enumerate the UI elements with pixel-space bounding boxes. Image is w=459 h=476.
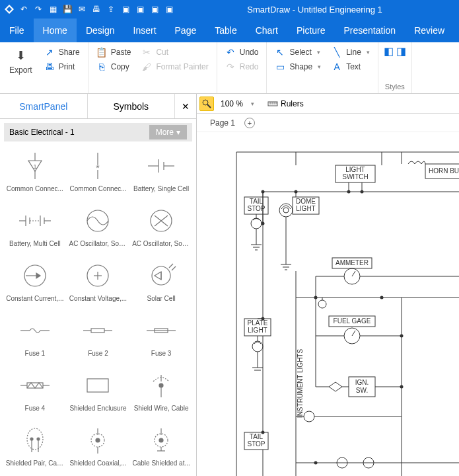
- symbol-label: Fuse 3: [151, 350, 172, 357]
- drawing-canvas[interactable]: LIGHT SWITCH HORN BU TAIL STOP: [197, 132, 459, 476]
- format-painter-button[interactable]: 🖌Format Painter: [139, 60, 211, 74]
- canvas-toolbar: 100 % ▾ Rulers: [197, 94, 459, 114]
- ribbon-group-styles: ◧ ◨ Styles: [378, 42, 412, 93]
- print-icon[interactable]: 🖶: [91, 4, 102, 15]
- page-tab[interactable]: Page 1: [210, 118, 235, 128]
- select-button[interactable]: ↖Select▾: [272, 45, 324, 60]
- menu-insert[interactable]: Insert: [124, 19, 166, 42]
- symbol-label: Shielded Coaxial,...: [69, 459, 126, 467]
- menu-picture[interactable]: Picture: [287, 19, 335, 42]
- redo-icon: ↷: [225, 61, 236, 72]
- svg-point-55: [159, 438, 163, 442]
- menu-support[interactable]: Support: [454, 19, 459, 42]
- rulers-icon: [267, 99, 278, 108]
- symbol-item[interactable]: AC Oscillator, Sou...: [130, 202, 192, 255]
- symbol-item[interactable]: Fuse 2: [67, 311, 129, 365]
- fp-label: Format Painter: [156, 62, 208, 71]
- symbol-label: Constant Current,...: [6, 295, 63, 302]
- menubar: File Home Design Insert Page Table Chart…: [0, 19, 459, 42]
- tab-smartpanel[interactable]: SmartPanel: [0, 94, 88, 118]
- menu-page[interactable]: Page: [166, 19, 206, 42]
- text-icon: A: [332, 61, 342, 72]
- export-button[interactable]: ⬇ Export: [5, 45, 36, 77]
- print-button[interactable]: 🖶Print: [42, 60, 83, 74]
- more-button[interactable]: More▾: [149, 125, 187, 139]
- menu-design[interactable]: Design: [77, 19, 124, 42]
- ribbon-group-clipboard: 📋Paste ⎘Copy ✂Cut 🖌Format Painter: [88, 42, 217, 93]
- style1-icon[interactable]: ◧: [384, 45, 394, 58]
- svg-point-144: [304, 411, 314, 422]
- svg-line-27: [172, 266, 176, 270]
- shape-button[interactable]: ▭Shape▾: [272, 60, 324, 74]
- svg-text:LIGHT: LIGHT: [248, 327, 267, 334]
- ppt-icon[interactable]: ▣: [164, 4, 174, 15]
- line-button[interactable]: ╲Line▾: [329, 45, 372, 60]
- word-icon[interactable]: ▣: [135, 4, 145, 15]
- ribbon-group-tools: ↖Select▾ ▭Shape▾ ╲Line▾ AText: [267, 42, 378, 93]
- symbol-item[interactable]: Fuse 3: [130, 311, 192, 365]
- symbol-item[interactable]: *Common Connec...: [67, 147, 129, 200]
- cut-button[interactable]: ✂Cut: [139, 45, 211, 60]
- share-button[interactable]: ↗Share: [42, 45, 83, 60]
- zoom-value[interactable]: 100 %: [221, 99, 243, 108]
- svg-text:TAIL: TAIL: [250, 198, 264, 205]
- cut-label: Cut: [156, 48, 168, 57]
- symbol-item[interactable]: Fuse 1: [4, 311, 66, 365]
- symbol-item[interactable]: 1Common Connec...: [4, 147, 66, 200]
- pdf-icon[interactable]: ▣: [120, 4, 131, 15]
- symbol-item[interactable]: Constant Voltage,...: [67, 257, 129, 310]
- new-icon[interactable]: ▦: [48, 4, 58, 15]
- svg-point-80: [347, 190, 351, 194]
- export-icon[interactable]: ⇪: [106, 4, 116, 15]
- zoom-tool-button[interactable]: [199, 97, 214, 111]
- copy-label: Copy: [111, 62, 129, 71]
- copy-button[interactable]: ⎘Copy: [94, 60, 134, 74]
- symbol-item[interactable]: AC Oscillator, Sou...: [67, 202, 129, 255]
- svg-point-114: [380, 296, 384, 299]
- excel-icon[interactable]: ▣: [149, 4, 160, 15]
- save-icon[interactable]: 💾: [62, 4, 73, 15]
- svg-text:INSTRUMENT LIGHTS: INSTRUMENT LIGHTS: [297, 349, 304, 418]
- close-panel-button[interactable]: ✕: [175, 94, 196, 118]
- chevron-down-icon: ▾: [367, 49, 370, 56]
- rulers-toggle[interactable]: Rulers: [267, 99, 304, 108]
- symbol-item[interactable]: Shielded Pair, Cable: [4, 421, 66, 475]
- menu-home[interactable]: Home: [34, 19, 77, 42]
- menu-file[interactable]: File: [0, 19, 34, 42]
- style2-icon[interactable]: ◨: [396, 45, 406, 58]
- symbol-item[interactable]: Cable Shielded at...: [130, 421, 192, 475]
- symbol-item[interactable]: Shielded Coaxial,...: [67, 421, 129, 475]
- symbol-item[interactable]: Battery, Multi Cell: [4, 202, 66, 255]
- paste-label: Paste: [111, 48, 131, 57]
- symbol-label: AC Oscillator, Sou...: [132, 240, 190, 247]
- menu-review[interactable]: Review: [405, 19, 454, 42]
- symbol-item[interactable]: Shielded Enclusure: [67, 366, 129, 420]
- add-page-button[interactable]: +: [244, 118, 255, 128]
- chevron-down-icon[interactable]: ▾: [251, 100, 254, 107]
- mail-icon[interactable]: ✉: [77, 4, 87, 15]
- undo-label: Undo: [240, 48, 259, 57]
- svg-rect-31: [91, 329, 104, 333]
- menu-presentation[interactable]: Presentation: [335, 19, 406, 42]
- symbol-item[interactable]: Battery, Single Cell: [130, 147, 192, 200]
- paste-button[interactable]: 📋Paste: [94, 45, 134, 60]
- undo-button[interactable]: ↶Undo: [223, 45, 262, 60]
- download-icon: ⬇: [13, 48, 28, 63]
- cut-icon: ✂: [141, 47, 152, 58]
- redo-icon[interactable]: ↷: [33, 4, 44, 15]
- svg-text:PLATE: PLATE: [248, 319, 268, 327]
- symbol-label: Fuse 4: [25, 405, 46, 412]
- symbol-item[interactable]: Shield Wire, Cable: [130, 366, 192, 420]
- redo-button[interactable]: ↷Redo: [223, 60, 262, 74]
- symbol-label: Fuse 2: [88, 350, 108, 357]
- symbol-item[interactable]: Constant Current,...: [4, 257, 66, 310]
- menu-chart[interactable]: Chart: [246, 19, 287, 42]
- menu-table[interactable]: Table: [205, 19, 246, 42]
- tab-symbols[interactable]: Symbols: [88, 94, 176, 118]
- svg-line-108: [352, 271, 355, 276]
- text-button[interactable]: AText: [329, 60, 372, 74]
- symbol-item[interactable]: Solar Cell: [130, 257, 192, 310]
- shape-label: Shape: [289, 62, 312, 71]
- symbol-item[interactable]: Fuse 4: [4, 366, 66, 420]
- undo-icon[interactable]: ↶: [18, 4, 29, 15]
